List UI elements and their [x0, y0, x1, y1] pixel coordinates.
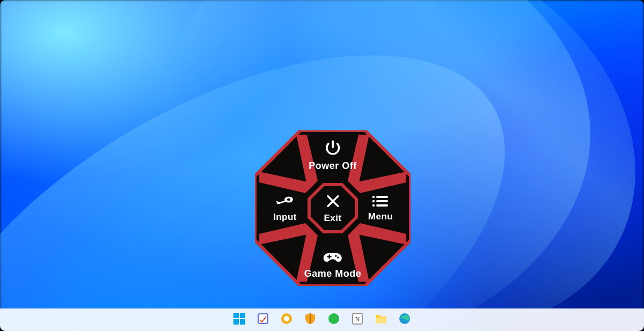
close-icon — [324, 193, 341, 212]
taskbar-app-browser1[interactable] — [280, 313, 294, 327]
svg-rect-26 — [240, 319, 245, 325]
gamepad-icon — [323, 250, 342, 267]
taskbar-app-explorer[interactable] — [374, 313, 388, 327]
svg-point-21 — [372, 204, 375, 207]
svg-rect-25 — [233, 319, 239, 325]
svg-rect-27 — [258, 314, 268, 323]
taskbar-app-snip[interactable] — [256, 313, 270, 327]
svg-rect-12 — [329, 254, 331, 259]
svg-rect-22 — [376, 204, 388, 207]
svg-point-16 — [287, 198, 290, 201]
monitor-osd-menu: Power Off Game Mode — [255, 130, 411, 286]
taskbar-app-edge[interactable] — [398, 313, 412, 327]
svg-rect-33 — [376, 318, 386, 323]
svg-point-17 — [372, 196, 375, 198]
power-icon — [324, 139, 342, 159]
svg-point-29 — [284, 316, 289, 321]
taskbar-app-notes[interactable]: N — [350, 313, 364, 327]
svg-text:N: N — [355, 315, 360, 323]
chat-icon — [328, 313, 340, 327]
folder-icon — [375, 313, 387, 326]
list-icon — [371, 194, 390, 210]
input-source-icon — [274, 194, 296, 211]
taskbar-app-security[interactable] — [303, 313, 317, 327]
svg-rect-24 — [240, 313, 245, 318]
osd-exit-label: Exit — [324, 213, 341, 224]
svg-rect-18 — [376, 196, 388, 198]
globe-icon — [281, 313, 292, 327]
osd-power-off-label: Power Off — [309, 160, 357, 172]
svg-point-13 — [335, 255, 337, 257]
osd-exit-button[interactable]: Exit — [324, 193, 341, 224]
osd-menu-label: Menu — [368, 211, 393, 222]
taskbar: N — [0, 308, 644, 331]
osd-input-label: Input — [273, 212, 297, 223]
osd-game-mode-button[interactable]: Game Mode — [304, 250, 362, 279]
windows-logo-icon — [233, 313, 245, 327]
svg-rect-23 — [233, 313, 239, 318]
svg-point-19 — [372, 200, 375, 202]
screen: Power Off Game Mode — [0, 0, 644, 331]
taskbar-app-chat[interactable] — [327, 313, 341, 327]
start-button[interactable] — [232, 313, 246, 327]
osd-game-mode-label: Game Mode — [304, 268, 362, 279]
svg-point-30 — [328, 313, 339, 324]
svg-point-14 — [337, 256, 339, 259]
osd-menu-button[interactable]: Menu — [357, 194, 404, 222]
shield-icon — [305, 313, 316, 327]
note-icon: N — [352, 313, 363, 327]
osd-power-off-button[interactable]: Power Off — [309, 139, 357, 172]
snip-icon — [257, 313, 269, 327]
edge-icon — [399, 313, 411, 327]
osd-input-button[interactable]: Input — [261, 194, 309, 223]
svg-rect-20 — [376, 200, 388, 202]
